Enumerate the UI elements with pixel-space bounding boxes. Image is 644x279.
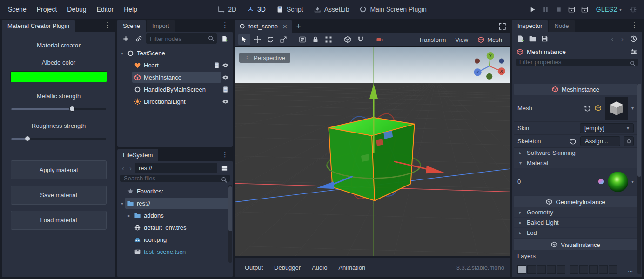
group-material[interactable]: ▾ Material bbox=[514, 158, 637, 168]
chevron-down-icon[interactable]: ▾ bbox=[631, 106, 634, 111]
workspace-3d[interactable]: 3D bbox=[242, 3, 270, 15]
scrollbar-thumb[interactable] bbox=[228, 186, 232, 231]
play-button[interactable] bbox=[526, 3, 539, 15]
panel-menu-icon[interactable]: ⋮ bbox=[627, 20, 642, 32]
bottom-tab-animation[interactable]: Animation bbox=[334, 262, 370, 273]
file-row-addons[interactable]: ▸ addons bbox=[117, 209, 233, 221]
menu-editor[interactable]: Editor bbox=[92, 3, 119, 16]
history-forward-icon[interactable]: › bbox=[127, 164, 134, 172]
tree-row-testscene[interactable]: ▾ TestScene bbox=[117, 47, 233, 59]
group-icon[interactable] bbox=[322, 34, 335, 45]
selection-list-icon[interactable] bbox=[296, 34, 309, 45]
roughness-strength-slider[interactable] bbox=[11, 135, 106, 142]
layer-checkbox-5[interactable] bbox=[557, 265, 565, 274]
scrollbar[interactable] bbox=[228, 185, 232, 263]
workspace-2d[interactable]: 2D bbox=[213, 3, 241, 15]
close-scene-tab-icon[interactable]: × bbox=[283, 22, 287, 30]
file-row-icon-png[interactable]: icon.png bbox=[117, 233, 233, 246]
workspace-script[interactable]: Script bbox=[271, 3, 308, 15]
menu-scene[interactable]: Scene bbox=[3, 3, 32, 16]
layer-checkbox-8[interactable] bbox=[589, 265, 598, 274]
layer-checkbox-6[interactable] bbox=[570, 265, 578, 274]
play-scene-button[interactable] bbox=[565, 3, 578, 15]
collapse-arrow-icon[interactable]: ▾ bbox=[119, 51, 125, 56]
local-space-icon[interactable] bbox=[342, 34, 354, 45]
current-path-field[interactable]: res:// bbox=[135, 163, 217, 173]
load-resource-icon[interactable] bbox=[529, 35, 537, 43]
scene-tab-test-scene[interactable]: test_scene × bbox=[235, 20, 292, 33]
viewport-3d[interactable]: Y X Z ⋮ Perspective bbox=[235, 46, 510, 256]
snap-icon[interactable] bbox=[355, 34, 367, 45]
layer-checkbox-4[interactable] bbox=[547, 265, 556, 274]
layer-checkbox-9[interactable] bbox=[599, 265, 608, 274]
file-row-default-env[interactable]: default_env.tres bbox=[117, 221, 233, 233]
panel-menu-icon[interactable]: ⋮ bbox=[217, 149, 233, 161]
revert-icon[interactable] bbox=[584, 104, 591, 112]
skeleton-assign-button[interactable]: Assign... bbox=[580, 136, 620, 146]
panel-menu-icon[interactable]: ⋮ bbox=[100, 20, 115, 32]
mesh-preview-thumbnail[interactable] bbox=[605, 97, 628, 120]
group-baked-light[interactable]: ▸ Baked Light bbox=[514, 218, 637, 228]
group-software-skinning[interactable]: ▸ Software Skinning bbox=[514, 148, 637, 158]
pick-node-icon[interactable] bbox=[624, 136, 634, 146]
script-attached-icon[interactable] bbox=[212, 61, 221, 70]
filter-nodes-input[interactable] bbox=[146, 33, 217, 44]
tree-row-heart[interactable]: Heart bbox=[117, 59, 233, 71]
tab-inspector[interactable]: Inspector bbox=[512, 20, 548, 32]
layer-checkbox-2[interactable] bbox=[527, 265, 536, 274]
filter-properties-input[interactable] bbox=[516, 59, 638, 66]
search-files-input[interactable] bbox=[120, 175, 230, 182]
material-preview-sphere[interactable] bbox=[608, 172, 628, 192]
tab-node[interactable]: Node bbox=[549, 20, 574, 32]
menu-debug[interactable]: Debug bbox=[62, 3, 91, 16]
add-node-button[interactable] bbox=[120, 33, 131, 44]
mesh-menu[interactable]: Mesh bbox=[473, 35, 506, 45]
history-back-icon[interactable]: ‹ bbox=[609, 35, 615, 43]
metallic-strength-slider[interactable] bbox=[11, 106, 106, 112]
file-row-test-scene[interactable]: test_scene.tscn bbox=[117, 246, 233, 258]
history-forward-icon[interactable]: › bbox=[619, 35, 625, 43]
chevron-down-icon[interactable]: ▾ bbox=[631, 179, 634, 184]
lock-icon[interactable] bbox=[309, 34, 322, 45]
move-tool-icon[interactable] bbox=[251, 34, 263, 45]
transform-menu[interactable]: Transform bbox=[415, 35, 450, 45]
layer-checkbox-7[interactable] bbox=[579, 265, 588, 274]
distraction-free-icon[interactable] bbox=[498, 22, 506, 30]
attach-script-button[interactable] bbox=[219, 33, 230, 44]
slider-grabber[interactable] bbox=[25, 136, 30, 141]
update-spinner-icon[interactable] bbox=[626, 3, 639, 15]
tree-row-meshinstance[interactable]: MeshInstance bbox=[117, 71, 233, 83]
object-tools-icon[interactable] bbox=[630, 48, 637, 56]
file-row-res[interactable]: ▾ res:// bbox=[117, 197, 233, 209]
new-scene-tab-button[interactable]: + bbox=[292, 20, 306, 33]
visibility-eye-icon[interactable] bbox=[221, 97, 230, 106]
workspace-assetlib[interactable]: AssetLib bbox=[309, 3, 354, 15]
workspace-main-screen-plugin[interactable]: Main Screen Plugin bbox=[355, 3, 431, 15]
bottom-tab-output[interactable]: Output bbox=[240, 262, 268, 273]
panel-menu-icon[interactable]: ⋮ bbox=[217, 20, 233, 32]
tab-scene[interactable]: Scene bbox=[117, 20, 146, 32]
new-resource-icon[interactable] bbox=[517, 35, 524, 43]
tab-material-creator-plugin[interactable]: Material Creator Plugin bbox=[2, 20, 75, 32]
group-geometry[interactable]: ▸ Geometry bbox=[514, 207, 637, 218]
view-menu[interactable]: View bbox=[451, 35, 472, 45]
camera-override-icon[interactable] bbox=[374, 34, 386, 45]
file-row-favorites[interactable]: Favorites: bbox=[117, 185, 233, 197]
rotate-tool-icon[interactable] bbox=[264, 34, 276, 45]
save-resource-icon[interactable] bbox=[541, 35, 549, 43]
play-custom-scene-button[interactable] bbox=[578, 3, 591, 15]
visibility-eye-icon[interactable] bbox=[221, 73, 230, 82]
albedo-color-picker[interactable] bbox=[10, 71, 107, 82]
bottom-tab-audio[interactable]: Audio bbox=[307, 262, 332, 273]
slider-grabber[interactable] bbox=[69, 106, 75, 112]
tab-import[interactable]: Import bbox=[147, 20, 175, 32]
menu-project[interactable]: Project bbox=[32, 3, 62, 16]
tree-row-handledbymainscreen[interactable]: HandledByMainScreen bbox=[117, 83, 233, 95]
select-tool-icon[interactable] bbox=[238, 34, 250, 45]
pause-button[interactable] bbox=[539, 3, 552, 15]
selected-cube[interactable] bbox=[329, 118, 414, 201]
menu-help[interactable]: Help bbox=[119, 3, 142, 16]
save-material-button[interactable]: Save material bbox=[11, 186, 107, 205]
renderer-dropdown[interactable]: GLES2▾ bbox=[596, 6, 622, 13]
layer-checkbox-1[interactable] bbox=[517, 265, 526, 274]
